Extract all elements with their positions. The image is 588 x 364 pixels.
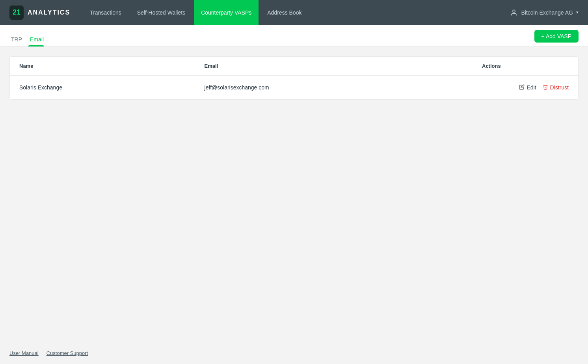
nav-link-self-hosted-wallets[interactable]: Self-Hosted Wallets xyxy=(130,0,192,25)
user-name: Bitcoin Exchange AG xyxy=(521,9,573,16)
distrust-label: Distrust xyxy=(550,84,569,91)
nav-link-counterparty-vasps[interactable]: Counterparty VASPs xyxy=(194,0,259,25)
footer: User Manual Customer Support xyxy=(0,342,588,364)
logo[interactable]: 21 ANALYTICS xyxy=(9,6,70,20)
user-manual-link[interactable]: User Manual xyxy=(9,350,39,356)
tab-trp[interactable]: TRP xyxy=(9,25,28,46)
cell-name: Solaris Exchange xyxy=(19,84,205,91)
chevron-down-icon: ▾ xyxy=(576,10,579,15)
edit-button[interactable]: Edit xyxy=(519,84,536,91)
column-header-actions: Actions xyxy=(482,63,569,69)
navbar: 21 ANALYTICS Transactions Self-Hosted Wa… xyxy=(0,0,588,25)
user-icon xyxy=(510,9,518,17)
cell-email: jeff@solarisexchange.com xyxy=(205,84,482,91)
main-content: Name Email Actions Solaris Exchange jeff… xyxy=(0,47,588,342)
customer-support-link[interactable]: Customer Support xyxy=(47,350,88,356)
add-vasp-button[interactable]: + Add VASP xyxy=(534,30,579,43)
column-header-name: Name xyxy=(19,63,205,69)
tab-email[interactable]: Email xyxy=(28,25,50,46)
svg-point-0 xyxy=(513,10,515,12)
nav-link-transactions[interactable]: Transactions xyxy=(83,0,128,25)
user-menu[interactable]: Bitcoin Exchange AG ▾ xyxy=(510,9,579,17)
edit-icon xyxy=(519,84,525,91)
logo-number: 21 xyxy=(13,8,20,17)
footer-links: User Manual Customer Support xyxy=(9,350,579,356)
table-row: Solaris Exchange jeff@solarisexchange.co… xyxy=(10,76,578,99)
logo-box: 21 xyxy=(9,6,24,20)
column-header-email: Email xyxy=(205,63,482,69)
nav-link-address-book[interactable]: Address Book xyxy=(260,0,309,25)
logo-text: ANALYTICS xyxy=(28,9,70,16)
tabs-bar: TRP Email + Add VASP xyxy=(0,25,588,47)
nav-links: Transactions Self-Hosted Wallets Counter… xyxy=(83,0,510,25)
cell-actions: Edit Distrust xyxy=(482,84,569,91)
table-header: Name Email Actions xyxy=(10,57,578,76)
distrust-button[interactable]: Distrust xyxy=(543,84,569,91)
edit-label: Edit xyxy=(527,84,536,91)
trash-icon xyxy=(543,84,548,91)
vasps-table: Name Email Actions Solaris Exchange jeff… xyxy=(9,56,579,100)
